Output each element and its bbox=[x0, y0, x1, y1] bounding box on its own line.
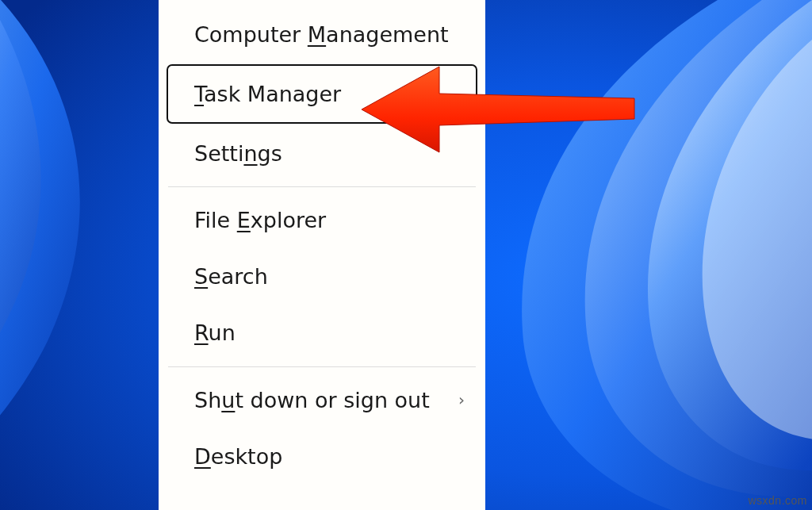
menu-separator bbox=[168, 186, 476, 187]
menu-item-desktop[interactable]: Desktop bbox=[159, 428, 485, 485]
menu-item-file-explorer[interactable]: File Explorer bbox=[159, 192, 485, 248]
menu-item-search[interactable]: Search bbox=[159, 248, 485, 305]
menu-item-task-manager[interactable]: Task Manager bbox=[167, 64, 477, 124]
menu-item-settings[interactable]: Settings bbox=[159, 125, 485, 182]
menu-item-shut-down-or-sign-out[interactable]: Shut down or sign out› bbox=[159, 372, 485, 428]
winx-context-menu: Computer ManagementTask ManagerSettingsF… bbox=[159, 0, 485, 510]
watermark: wsxdn.com bbox=[748, 494, 807, 507]
menu-separator bbox=[168, 366, 476, 367]
chevron-right-icon: › bbox=[458, 389, 465, 410]
menu-item-run[interactable]: Run bbox=[159, 305, 485, 361]
menu-item-computer-management[interactable]: Computer Management bbox=[159, 6, 485, 63]
